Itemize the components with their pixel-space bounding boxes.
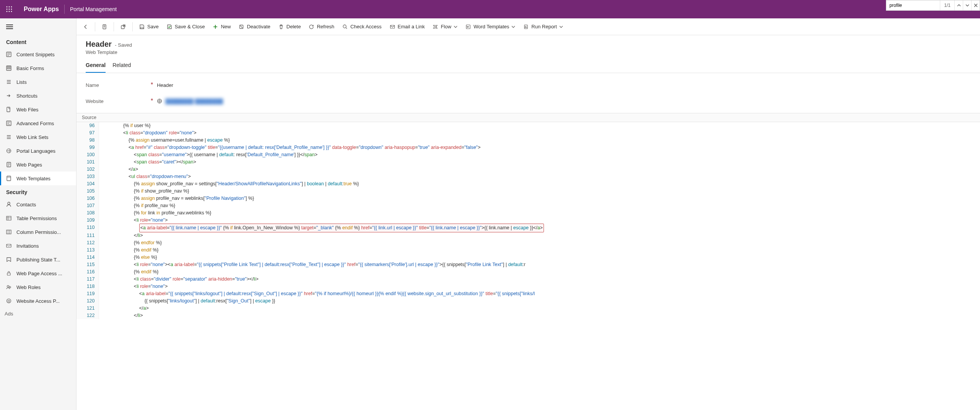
code-line[interactable]: </a> — [99, 166, 980, 173]
gutter-line-number[interactable]: 117 — [77, 276, 99, 283]
sidebar-item-shortcuts[interactable]: Shortcuts — [0, 89, 76, 103]
code-line[interactable]: {% if user %} — [99, 122, 980, 129]
gutter-line-number[interactable]: 96 — [77, 122, 99, 129]
delete-button[interactable]: Delete — [275, 21, 304, 33]
tab-related[interactable]: Related — [112, 60, 131, 73]
code-line[interactable]: {% else %} — [99, 254, 980, 261]
code-line[interactable]: {% endif %} — [99, 247, 980, 254]
code-line[interactable]: {% endfor %} — [99, 239, 980, 247]
code-line[interactable]: </li> — [99, 312, 980, 319]
gutter-line-number[interactable]: 115 — [77, 261, 99, 268]
code-line[interactable]: {% assign profile_nav = weblinks["Profil… — [99, 195, 980, 202]
gutter-line-number[interactable]: 122 — [77, 312, 99, 319]
app-name[interactable]: Power Apps — [18, 6, 64, 13]
code-line[interactable]: {% assign username=user.fullname | escap… — [99, 137, 980, 144]
word-templates-button[interactable]: Word Templates — [462, 21, 518, 33]
code-line[interactable]: </a> — [99, 305, 980, 312]
deactivate-button[interactable]: Deactivate — [235, 21, 273, 33]
open-record-set-button[interactable] — [98, 21, 111, 33]
gutter-line-number[interactable]: 119 — [77, 290, 99, 297]
gutter-line-number[interactable]: 101 — [77, 158, 99, 166]
gutter-line-number[interactable]: 100 — [77, 151, 99, 158]
gutter-line-number[interactable]: 106 — [77, 195, 99, 202]
sidebar-item-web-roles[interactable]: Web Roles — [0, 280, 76, 294]
gutter-line-number[interactable]: 109 — [77, 217, 99, 224]
sidebar-item-web-link-sets[interactable]: Web Link Sets — [0, 130, 76, 144]
find-input[interactable] — [886, 0, 940, 10]
gutter-line-number[interactable]: 118 — [77, 283, 99, 290]
open-new-window-button[interactable] — [117, 21, 129, 33]
email-link-button[interactable]: Email a Link — [386, 21, 428, 33]
sidebar-item-portal-languages[interactable]: Portal Languages — [0, 144, 76, 158]
sidebar-item-website-access[interactable]: Website Access P... — [0, 294, 76, 308]
code-line[interactable]: {% assign show_profile_nav = settings["H… — [99, 180, 980, 188]
gutter-line-number[interactable]: 113 — [77, 247, 99, 254]
source-tab[interactable]: Source — [77, 113, 980, 122]
sidebar-item-advanced-forms[interactable]: Advanced Forms — [0, 116, 76, 130]
check-access-button[interactable]: Check Access — [339, 21, 385, 33]
gutter-line-number[interactable]: 116 — [77, 268, 99, 276]
code-line[interactable]: {% for link in profile_nav.weblinks %} — [99, 209, 980, 217]
code-line[interactable]: <a href="#" class="dropdown-toggle" titl… — [99, 144, 980, 151]
gutter-line-number[interactable]: 107 — [77, 202, 99, 209]
area-name[interactable]: Portal Management — [65, 6, 122, 12]
flow-button[interactable]: Flow — [429, 21, 460, 33]
refresh-button[interactable]: Refresh — [305, 21, 337, 33]
gutter-line-number[interactable]: 97 — [77, 129, 99, 137]
tab-general[interactable]: General — [86, 60, 106, 73]
sidebar-item-web-files[interactable]: Web Files — [0, 103, 76, 116]
run-report-button[interactable]: Run Report — [520, 21, 566, 33]
gutter-line-number[interactable]: 99 — [77, 144, 99, 151]
find-next-icon[interactable] — [963, 0, 971, 10]
sidebar-item-content-snippets[interactable]: Content Snippets — [0, 47, 76, 61]
gutter-line-number[interactable]: 111 — [77, 232, 99, 239]
sidebar-item-invitations[interactable]: Invitations — [0, 239, 76, 253]
gutter-line-number[interactable]: 105 — [77, 188, 99, 195]
sidebar-item-basic-forms[interactable]: Basic Forms — [0, 61, 76, 75]
code-line[interactable]: <a aria-label="{{ link.name | escape }}"… — [99, 224, 980, 232]
gutter-line-number[interactable]: 121 — [77, 305, 99, 312]
find-prev-icon[interactable] — [954, 0, 963, 10]
code-line[interactable]: <li role="none"> — [99, 217, 980, 224]
code-line[interactable]: </li> — [99, 232, 980, 239]
hamburger-icon[interactable] — [0, 18, 76, 35]
code-line[interactable]: {% endif %} — [99, 268, 980, 276]
gutter-line-number[interactable]: 112 — [77, 239, 99, 247]
find-close-icon[interactable] — [971, 0, 980, 10]
app-launcher-icon[interactable] — [0, 0, 18, 18]
gutter-line-number[interactable]: 120 — [77, 297, 99, 305]
gutter-line-number[interactable]: 103 — [77, 173, 99, 180]
sidebar-item-table-permissions[interactable]: Table Permissions — [0, 211, 76, 225]
gutter-line-number[interactable]: 114 — [77, 254, 99, 261]
sidebar-item-column-permissio[interactable]: Column Permissio... — [0, 225, 76, 239]
gutter-line-number[interactable]: 110 — [77, 224, 99, 232]
sidebar-item-lists[interactable]: Lists — [0, 75, 76, 89]
code-line[interactable]: {{ snippets["links/logout"] | default:re… — [99, 297, 980, 305]
code-line[interactable]: <span class="username">{{ username | def… — [99, 151, 980, 158]
code-editor[interactable]: 96 {% if user %}97 <li class="dropdown" … — [77, 122, 980, 410]
code-line[interactable]: <li role="none"><a aria-label="{{ snippe… — [99, 261, 980, 268]
code-line[interactable]: <ul class="dropdown-menu"> — [99, 173, 980, 180]
gutter-line-number[interactable]: 98 — [77, 137, 99, 144]
gutter-line-number[interactable]: 108 — [77, 209, 99, 217]
sidebar-item-web-pages[interactable]: Web Pages — [0, 158, 76, 172]
code-line[interactable]: <span class="caret"></span> — [99, 158, 980, 166]
sidebar-item-web-templates[interactable]: Web Templates — [0, 172, 76, 185]
code-line[interactable]: <a aria-label="{{ snippets["links/logout… — [99, 290, 980, 297]
code-line[interactable]: {% if show_profile_nav %} — [99, 188, 980, 195]
back-button[interactable] — [80, 21, 92, 33]
sidebar-item-contacts[interactable]: Contacts — [0, 198, 76, 211]
code-line[interactable]: <li role="none"> — [99, 283, 980, 290]
sidebar-item-web-page-access[interactable]: Web Page Access ... — [0, 266, 76, 280]
code-line[interactable]: {% if profile_nav %} — [99, 202, 980, 209]
website-field[interactable]: ████████ ████████ — [157, 98, 223, 104]
code-line[interactable]: <li class="dropdown" role="none"> — [99, 129, 980, 137]
sidebar-item-publishing-state[interactable]: Publishing State T... — [0, 253, 76, 266]
code-line[interactable]: <li class="divider" role="separator" ari… — [99, 276, 980, 283]
name-field[interactable]: Header — [157, 82, 173, 88]
gutter-line-number[interactable]: 104 — [77, 180, 99, 188]
new-button[interactable]: New — [209, 21, 234, 33]
gutter-line-number[interactable]: 102 — [77, 166, 99, 173]
save-close-button[interactable]: Save & Close — [163, 21, 208, 33]
save-button[interactable]: Save — [136, 21, 162, 33]
